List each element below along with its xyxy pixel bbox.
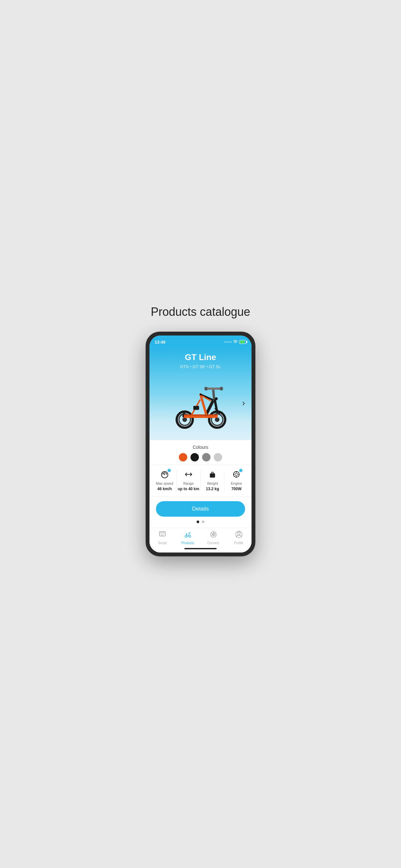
weight-icon [208,470,217,480]
svg-point-2 [182,417,187,422]
nav-social[interactable]: Social [150,531,175,545]
spec-max-speed: i Max speed 46 km/h [153,470,176,491]
bluetooth-icon [210,531,217,540]
social-label: Social [158,541,166,545]
colours-label: Colours [156,445,245,450]
variant-gtsl[interactable]: GT SL [209,364,221,369]
svg-rect-11 [220,387,223,391]
signal-icon [224,341,232,343]
swatch-gray[interactable] [202,453,211,461]
details-button[interactable]: Details [156,501,245,517]
battery-icon [239,340,246,344]
colour-swatches [156,453,245,461]
profile-icon [235,531,243,540]
svg-rect-12 [193,406,199,410]
range-icon [184,470,193,480]
status-time: 13:49 [155,340,165,345]
svg-point-29 [189,535,191,537]
next-product-button[interactable]: › [242,398,245,408]
svg-rect-9 [206,388,222,390]
svg-point-32 [238,532,240,534]
page-wrapper: Products catalogue 13:49 [134,292,267,576]
swatch-orange[interactable] [179,453,187,461]
weight-value: 13.2 kg [206,487,219,491]
status-icons [224,340,246,345]
engine-value: 700W [232,487,242,491]
engine-label: Engine [231,482,242,485]
details-section: Details [150,497,251,528]
scooter-container: › [156,372,245,434]
scooter-image [168,377,233,429]
nav-connect[interactable]: Connect [201,531,226,545]
svg-point-19 [235,473,238,476]
product-line-name: GT Line [156,352,245,362]
svg-point-28 [185,535,187,537]
bottom-nav: Social Products [150,528,251,546]
weight-label: Weight [207,482,218,485]
wifi-icon [233,340,238,345]
svg-rect-17 [210,473,215,477]
home-bar [184,548,217,549]
spec-range: Range up to 40 km [177,470,200,491]
engine-info-badge[interactable]: i [239,469,243,472]
swatch-silver[interactable] [214,453,222,461]
range-label: Range [183,482,194,485]
status-bar: 13:49 [150,336,251,347]
variant-gtse[interactable]: GT SE [192,364,205,369]
product-variants: GTS • GT SE • GT SL [156,364,245,369]
nav-profile[interactable]: Profile [226,531,251,545]
range-value: up to 40 km [178,487,199,491]
speed-value: 46 km/h [157,487,172,491]
social-icon [158,531,166,540]
pag-dot-1 [197,521,199,523]
engine-icon: i [232,470,241,480]
speedometer-icon: i [160,470,169,480]
svg-rect-7 [183,414,218,416]
hero-section: GT Line GTS • GT SE • GT SL [150,347,251,440]
nav-products[interactable]: Products [175,531,201,545]
colours-section: Colours [150,440,251,465]
connect-label: Connect [207,541,219,545]
phone-screen: 13:49 [150,336,251,553]
variant-sep-2: • [206,364,209,369]
specs-section: i Max speed 46 km/h Range [150,465,251,497]
spec-engine: i Engine 700W [225,470,248,491]
spec-weight: Weight 13.2 kg [201,470,224,491]
products-label: Products [181,541,194,545]
variant-gts[interactable]: GTS [180,364,189,369]
home-indicator [150,546,251,553]
pagination-dots [197,521,204,523]
pag-dot-2 [202,521,204,523]
speed-label: Max speed [156,482,174,485]
profile-label: Profile [234,541,243,545]
page-title: Products catalogue [151,305,250,319]
svg-rect-10 [204,387,207,391]
svg-point-15 [164,474,165,475]
svg-point-5 [215,417,219,422]
phone-frame: 13:49 [146,332,255,556]
swatch-black[interactable] [190,453,199,461]
products-icon [184,531,192,540]
svg-rect-24 [159,531,165,536]
speed-info-badge[interactable]: i [167,469,171,472]
